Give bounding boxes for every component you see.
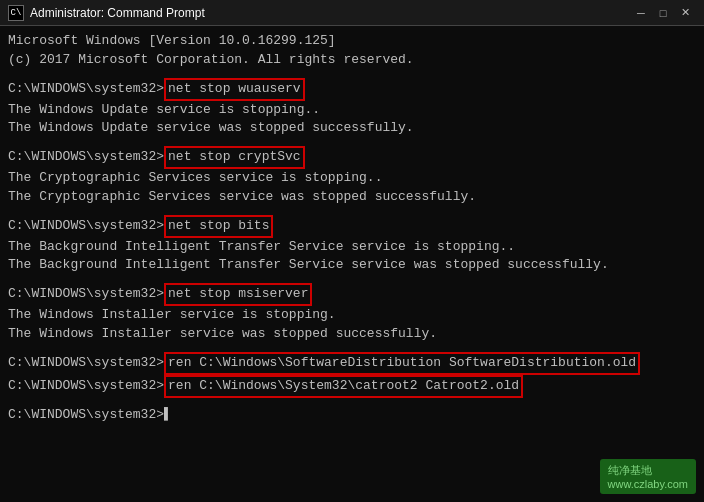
terminal-command: net stop cryptSvc (164, 146, 305, 169)
terminal-command: net stop msiserver (164, 283, 312, 306)
terminal-spacer (8, 275, 696, 283)
terminal-output-line: The Cryptographic Services service was s… (8, 188, 696, 207)
watermark-url: www.czlaby.com (608, 478, 688, 490)
terminal-output-line: The Windows Update service is stopping.. (8, 101, 696, 120)
terminal-cursor: ▌ (164, 406, 172, 425)
terminal-prompt: C:\WINDOWS\system32> (8, 217, 164, 236)
close-button[interactable]: ✕ (674, 4, 696, 22)
terminal-spacer (8, 344, 696, 352)
minimize-button[interactable]: ─ (630, 4, 652, 22)
terminal-command-line: C:\WINDOWS\system32>ren C:\Windows\Syste… (8, 375, 696, 398)
terminal-command: ren C:\Windows\System32\catroot2 Catroot… (164, 375, 523, 398)
title-bar-text: Administrator: Command Prompt (30, 6, 624, 20)
maximize-button[interactable]: □ (652, 4, 674, 22)
title-bar-icon: C\ (8, 5, 24, 21)
terminal-prompt: C:\WINDOWS\system32> (8, 354, 164, 373)
terminal-command: net stop wuauserv (164, 78, 305, 101)
terminal-output-line: The Background Intelligent Transfer Serv… (8, 238, 696, 257)
terminal-output-line: The Cryptographic Services service is st… (8, 169, 696, 188)
terminal-prompt: C:\WINDOWS\system32> (8, 377, 164, 396)
terminal-command-line: C:\WINDOWS\system32>net stop bits (8, 215, 696, 238)
terminal-output-line: Microsoft Windows [Version 10.0.16299.12… (8, 32, 696, 51)
terminal-output-line: The Windows Installer service is stoppin… (8, 306, 696, 325)
terminal-output-line: The Windows Installer service was stoppe… (8, 325, 696, 344)
terminal-command-line: C:\WINDOWS\system32>net stop wuauserv (8, 78, 696, 101)
watermark: 纯净基地 www.czlaby.com (600, 459, 696, 494)
terminal-command-line: C:\WINDOWS\system32>net stop msiserver (8, 283, 696, 306)
terminal-prompt-line: C:\WINDOWS\system32>▌ (8, 406, 696, 425)
terminal-command-line: C:\WINDOWS\system32>ren C:\Windows\Softw… (8, 352, 696, 375)
terminal-spacer (8, 398, 696, 406)
terminal-prompt: C:\WINDOWS\system32> (8, 285, 164, 304)
terminal-command-line: C:\WINDOWS\system32>net stop cryptSvc (8, 146, 696, 169)
terminal-output-line: The Background Intelligent Transfer Serv… (8, 256, 696, 275)
terminal-output-line: The Windows Update service was stopped s… (8, 119, 696, 138)
title-bar: C\ Administrator: Command Prompt ─ □ ✕ (0, 0, 704, 26)
terminal-spacer (8, 138, 696, 146)
terminal-command: net stop bits (164, 215, 273, 238)
terminal-command: ren C:\Windows\SoftwareDistribution Soft… (164, 352, 640, 375)
title-bar-controls: ─ □ ✕ (630, 4, 696, 22)
terminal-spacer (8, 70, 696, 78)
terminal-prompt: C:\WINDOWS\system32> (8, 406, 164, 425)
terminal-output-line: (c) 2017 Microsoft Corporation. All righ… (8, 51, 696, 70)
terminal: Microsoft Windows [Version 10.0.16299.12… (0, 26, 704, 502)
terminal-spacer (8, 207, 696, 215)
terminal-prompt: C:\WINDOWS\system32> (8, 80, 164, 99)
watermark-text: 纯净基地 (608, 464, 652, 476)
terminal-prompt: C:\WINDOWS\system32> (8, 148, 164, 167)
